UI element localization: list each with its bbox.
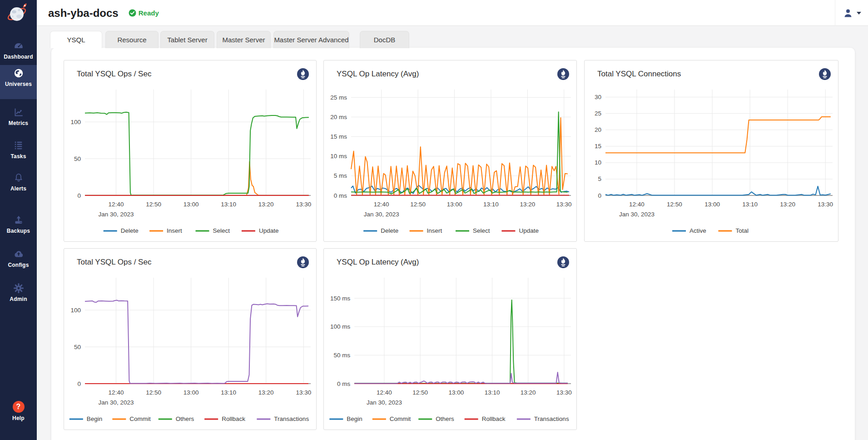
tasks-icon: [13, 140, 24, 151]
status-badge: Ready: [129, 9, 159, 17]
svg-text:20 ms: 20 ms: [330, 114, 347, 120]
svg-text:25: 25: [595, 110, 601, 117]
gear-icon: [13, 283, 24, 294]
svg-text:100 ms: 100 ms: [330, 323, 351, 330]
svg-text:13:10: 13:10: [221, 201, 236, 208]
svg-text:0: 0: [598, 192, 601, 199]
sidebar-item-metrics[interactable]: Metrics: [0, 104, 37, 126]
user-menu[interactable]: [835, 0, 868, 26]
sidebar-item-admin[interactable]: Admin: [0, 280, 37, 302]
legend-label: Transactions: [274, 415, 309, 422]
x-axis-date: Jan 30, 2023: [98, 399, 134, 406]
legend-label: Others: [176, 415, 194, 422]
svg-text:100: 100: [70, 307, 81, 314]
x-axis-date: Jan 30, 2023: [619, 211, 655, 218]
tab-master-server-advanced[interactable]: Master Server Advanced: [273, 31, 349, 48]
yugabyte-logo[interactable]: [6, 2, 30, 24]
chart-plot-area: 05010012:4012:5013:0013:1013:2013:30Jan …: [64, 249, 317, 430]
sidebar-item-help[interactable]: ? Help: [0, 398, 37, 421]
chart-panel-5: YSQL Op Latency (Avg) 0 ms50 ms100 ms150…: [323, 248, 577, 430]
svg-text:12:40: 12:40: [374, 201, 389, 208]
svg-text:12:40: 12:40: [109, 201, 124, 208]
header: ash-yba-docs Ready: [37, 0, 868, 26]
legend-label: Begin: [347, 415, 362, 422]
sidebar-item-backups[interactable]: Backups: [0, 212, 37, 234]
legend-label: Select: [213, 227, 230, 234]
svg-text:25 ms: 25 ms: [330, 94, 347, 101]
legend-label: Insert: [427, 227, 442, 234]
svg-text:13:00: 13:00: [184, 389, 199, 396]
svg-text:15: 15: [595, 143, 601, 150]
series-others: [354, 300, 568, 384]
svg-text:0 ms: 0 ms: [334, 192, 347, 199]
x-axis-date: Jan 30, 2023: [364, 211, 399, 218]
chart-panel-2: YSQL Op Latency (Avg) 0 ms5 ms10 ms15 ms…: [323, 60, 577, 242]
tab-tablet-server[interactable]: Tablet Server: [160, 31, 214, 48]
series-select: [351, 112, 568, 194]
svg-text:10 ms: 10 ms: [330, 153, 347, 160]
svg-text:5: 5: [598, 175, 601, 182]
legend-label: Update: [519, 227, 539, 234]
svg-text:13:10: 13:10: [742, 201, 758, 208]
chart-panel-3: Total YSQL Connections 05101520253012:40…: [584, 60, 838, 242]
sidebar-item-tasks[interactable]: Tasks: [0, 137, 37, 160]
sidebar-item-label: Configs: [8, 262, 29, 268]
svg-text:20: 20: [595, 126, 601, 133]
chart-plot-area: 0 ms5 ms10 ms15 ms20 ms25 ms12:4012:5013…: [324, 60, 577, 242]
metrics-icon: [13, 107, 24, 118]
tab-resource[interactable]: Resource: [105, 31, 159, 48]
series-total: [605, 117, 831, 153]
svg-text:13:10: 13:10: [485, 389, 500, 396]
svg-text:50: 50: [74, 344, 81, 350]
x-axis-date: Jan 30, 2023: [367, 399, 402, 406]
legend-label: Select: [473, 227, 490, 234]
svg-text:100: 100: [70, 119, 81, 125]
sidebar-item-universes[interactable]: Universes: [0, 65, 37, 99]
legend-label: Commit: [129, 415, 151, 422]
legend-label: Active: [689, 227, 706, 234]
svg-text:12:50: 12:50: [412, 389, 428, 396]
legend-label: Rollback: [482, 415, 506, 422]
series-transactions: [354, 372, 568, 384]
legend-label: Begin: [87, 415, 103, 422]
series-insert: [85, 162, 309, 195]
sidebar-item-dashboard[interactable]: Dashboard: [0, 38, 37, 60]
svg-text:150 ms: 150 ms: [330, 295, 351, 302]
legend-label: Rollback: [222, 415, 245, 422]
page: DashboardUniversesMetricsTasksAlertsBack…: [0, 0, 868, 440]
svg-text:13:20: 13:20: [258, 389, 274, 396]
svg-text:13:00: 13:00: [184, 201, 199, 208]
svg-text:13:30: 13:30: [296, 201, 311, 208]
svg-text:0: 0: [77, 192, 81, 199]
svg-text:13:30: 13:30: [556, 389, 572, 396]
sidebar-item-configs[interactable]: Configs: [0, 246, 37, 268]
legend-label: Total: [735, 227, 749, 234]
svg-text:13:00: 13:00: [447, 201, 462, 208]
legend-label: Transactions: [534, 415, 569, 422]
svg-text:15 ms: 15 ms: [330, 133, 347, 140]
svg-text:13:20: 13:20: [258, 201, 274, 208]
tab-docdb[interactable]: DocDB: [360, 31, 409, 48]
tab-ysql[interactable]: YSQL: [50, 31, 102, 48]
series-transactions: [85, 300, 308, 384]
svg-text:13:20: 13:20: [780, 201, 795, 208]
chevron-down-icon: [857, 12, 861, 15]
svg-text:30: 30: [595, 94, 601, 100]
sidebar-item-label: Admin: [10, 296, 27, 302]
chart-plot-area: 05010012:4012:5013:0013:1013:2013:30Jan …: [64, 60, 317, 242]
help-icon: ?: [13, 401, 25, 413]
tab-master-server[interactable]: Master Server: [217, 31, 271, 48]
chart-plot-area: 0 ms50 ms100 ms150 ms12:4012:5013:0013:1…: [324, 249, 577, 430]
sidebar-item-label: Backups: [7, 228, 30, 234]
sidebar-item-label: Help: [12, 415, 25, 421]
legend-label: Update: [259, 227, 279, 234]
check-circle-icon: [129, 9, 136, 17]
x-axis-date: Jan 30, 2023: [98, 211, 134, 218]
legend-label: Insert: [167, 227, 182, 234]
svg-text:13:30: 13:30: [556, 201, 572, 208]
svg-text:13:10: 13:10: [483, 201, 499, 208]
globe-icon: [13, 68, 24, 79]
sidebar-item-alerts[interactable]: Alerts: [0, 170, 37, 192]
svg-text:12:50: 12:50: [146, 389, 161, 396]
legend-label: Delete: [121, 227, 139, 234]
